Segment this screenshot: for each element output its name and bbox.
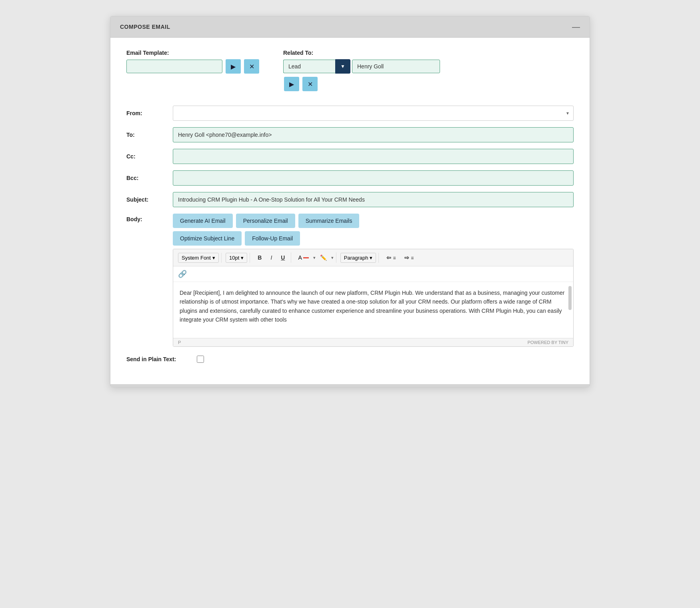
related-to-name-input[interactable] <box>352 60 440 73</box>
ai-buttons-row2: Optimize Subject Line Follow-Up Email <box>173 231 574 246</box>
ai-buttons-row1: Generate AI Email Personalize Email Summ… <box>173 214 574 228</box>
from-select[interactable] <box>173 106 574 121</box>
rich-text-editor: System Font ▾ 10pt ▾ B <box>173 249 574 347</box>
email-template-select-button[interactable]: ▶ <box>226 59 241 74</box>
text-format-group: B I U <box>254 252 291 263</box>
highlight-color-button[interactable]: ✏️ <box>317 252 330 263</box>
bold-button[interactable]: B <box>254 252 265 263</box>
italic-button[interactable]: I <box>267 252 276 263</box>
related-to-label: Related To: <box>283 50 440 56</box>
subject-label: Subject: <box>126 196 166 203</box>
paragraph-chevron-icon: ▾ <box>370 255 372 261</box>
paragraph-label: Paragraph <box>344 255 368 261</box>
subject-row: Subject: <box>126 189 574 210</box>
editor-link-bar: 🔗 <box>173 266 573 282</box>
body-row: Body: Generate AI Email Personalize Emai… <box>126 210 574 350</box>
indent-group: ⇦ ≡ ⇨ ≡ <box>383 252 420 263</box>
optimize-subject-line-button[interactable]: Optimize Subject Line <box>173 231 242 246</box>
close-icon-related: ✕ <box>308 80 313 88</box>
cc-input-wrapper <box>173 149 574 164</box>
email-template-input[interactable] <box>126 60 222 73</box>
editor-footer: P POWERED BY TINY <box>173 338 573 346</box>
text-color-group: A ▾ ✏️ ▾ <box>295 252 336 263</box>
related-to-row2: ▶ ✕ <box>283 77 440 91</box>
highlight-icon: ✏️ <box>320 254 327 261</box>
editor-footer-left: P <box>178 340 181 345</box>
close-icon: ✕ <box>249 63 254 70</box>
bcc-input-wrapper <box>173 170 574 186</box>
modal-footer-line <box>110 384 590 387</box>
body-label: Body: <box>126 214 166 222</box>
editor-footer-right: POWERED BY TINY <box>528 340 568 345</box>
email-template-group: Email Template: ▶ ✕ <box>126 50 259 74</box>
bcc-label: Bcc: <box>126 175 166 181</box>
from-label: From: <box>126 110 166 116</box>
email-template-row: ▶ ✕ <box>126 59 259 74</box>
generate-ai-email-button[interactable]: Generate AI Email <box>173 214 233 228</box>
send-plain-row: Send in Plain Text: <box>126 350 574 368</box>
indent-decrease-icon: ⇦ <box>386 254 391 261</box>
related-to-type-select[interactable]: Lead <box>283 60 335 73</box>
indent-increase-icon: ⇨ <box>404 254 409 261</box>
indent-decrease-lines: ≡ <box>393 255 396 261</box>
from-row: From: ▾ <box>126 102 574 124</box>
cc-label: Cc: <box>126 153 166 160</box>
minimize-button[interactable]: — <box>572 23 580 31</box>
link-icon[interactable]: 🔗 <box>178 270 187 278</box>
font-family-group: System Font ▾ <box>178 253 222 263</box>
subject-input[interactable] <box>173 192 574 207</box>
editor-content[interactable]: Dear [Recipient], I am delighted to anno… <box>173 282 573 338</box>
body-content: Generate AI Email Personalize Email Summ… <box>173 214 574 347</box>
related-to-clear-button[interactable]: ✕ <box>302 77 318 91</box>
to-input[interactable] <box>173 127 574 142</box>
font-color-button[interactable]: A <box>295 252 311 263</box>
cc-input[interactable] <box>173 149 574 164</box>
indent-increase-button[interactable]: ⇨ ≡ <box>401 252 417 263</box>
to-input-wrapper <box>173 127 574 142</box>
highlight-color-chevron-icon: ▾ <box>331 255 334 260</box>
paragraph-select[interactable]: Paragraph ▾ <box>340 253 376 263</box>
underline-button[interactable]: U <box>277 252 288 263</box>
cursor-icon: ▶ <box>231 63 236 70</box>
send-plain-label: Send in Plain Text: <box>126 356 190 362</box>
font-size-label: 10pt <box>229 255 239 261</box>
dropdown-arrow-icon: ▼ <box>340 64 345 69</box>
font-size-chevron-icon: ▾ <box>241 255 244 261</box>
font-family-chevron-icon: ▾ <box>212 255 215 261</box>
indent-increase-lines: ≡ <box>411 255 414 261</box>
font-size-group: 10pt ▾ <box>226 253 250 263</box>
followup-email-button[interactable]: Follow-Up Email <box>245 231 300 246</box>
personalize-email-button[interactable]: Personalize Email <box>236 214 295 228</box>
to-row: To: <box>126 124 574 146</box>
summarize-emails-button[interactable]: Summarize Emails <box>298 214 360 228</box>
font-color-label: A <box>298 254 302 261</box>
modal-title: COMPOSE EMAIL <box>120 24 170 30</box>
to-label: To: <box>126 132 166 138</box>
compose-email-modal: COMPOSE EMAIL — Email Template: ▶ ✕ <box>110 16 590 387</box>
from-wrapper: ▾ <box>173 106 574 121</box>
form-section: From: ▾ To: Cc: <box>126 102 574 210</box>
related-to-select-button[interactable]: ▶ <box>284 77 299 91</box>
indent-decrease-button[interactable]: ⇦ ≡ <box>383 252 399 263</box>
related-to-row1: Lead ▼ <box>283 59 440 74</box>
font-family-label: System Font <box>182 255 211 261</box>
modal-body: Email Template: ▶ ✕ Related To: Lead <box>110 38 590 384</box>
related-to-dropdown-button[interactable]: ▼ <box>335 59 350 74</box>
paragraph-group: Paragraph ▾ <box>340 253 379 263</box>
bcc-row: Bcc: <box>126 167 574 189</box>
font-color-indicator <box>303 257 309 258</box>
font-size-select[interactable]: 10pt ▾ <box>226 253 247 263</box>
scrollbar[interactable] <box>568 286 572 310</box>
modal-header: COMPOSE EMAIL — <box>110 16 590 38</box>
email-template-clear-button[interactable]: ✕ <box>244 59 259 74</box>
email-template-label: Email Template: <box>126 50 259 56</box>
font-color-chevron-icon: ▾ <box>313 255 316 260</box>
bcc-input[interactable] <box>173 170 574 186</box>
font-family-select[interactable]: System Font ▾ <box>178 253 219 263</box>
send-plain-checkbox[interactable] <box>197 356 204 363</box>
related-to-group: Related To: Lead ▼ ▶ ✕ <box>283 50 440 91</box>
cursor-icon-related: ▶ <box>289 80 294 88</box>
top-section: Email Template: ▶ ✕ Related To: Lead <box>126 50 574 91</box>
cc-row: Cc: <box>126 146 574 167</box>
subject-input-wrapper <box>173 192 574 207</box>
